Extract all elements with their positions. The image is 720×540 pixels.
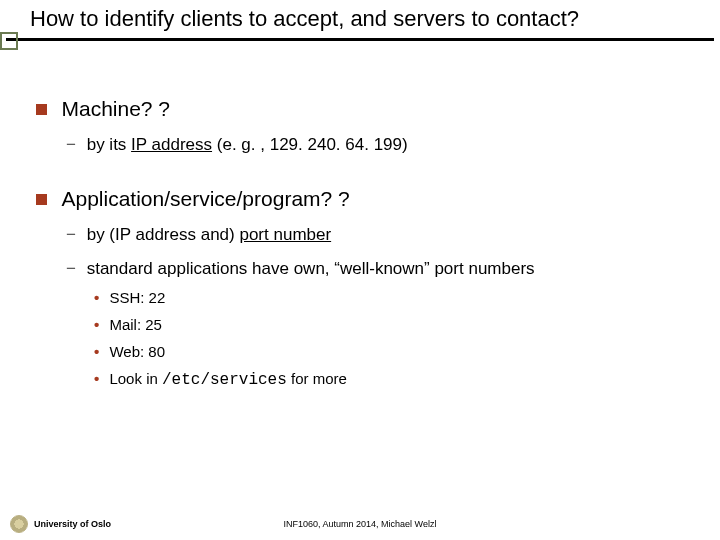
dot-icon: •: [94, 370, 99, 387]
subsub-etc-services: • Look in /etc/services for more: [94, 370, 692, 389]
text-post: for more: [287, 370, 347, 387]
university-seal-icon: [10, 515, 28, 533]
slide-footer: University of Oslo INF1060, Autumn 2014,…: [0, 512, 720, 536]
text-pre: by (IP address and): [87, 225, 240, 244]
dash-icon: −: [66, 135, 76, 154]
text-pre: standard applications have own, “well-kn…: [87, 259, 535, 278]
footer-left-text: University of Oslo: [34, 519, 111, 529]
subsub-mail: • Mail: 25: [94, 316, 692, 333]
dot-icon: •: [94, 316, 99, 333]
code-text: /etc/services: [162, 371, 287, 389]
slide-content: Machine? ? − by its IP address (e. g. , …: [0, 41, 720, 389]
square-bullet-icon: [36, 194, 47, 205]
text-underline: port number: [239, 225, 331, 244]
slide-title-wrap: How to identify clients to accept, and s…: [0, 0, 720, 36]
subitem-port-number: − by (IP address and) port number: [66, 225, 692, 245]
text: Web: 80: [109, 343, 165, 360]
square-bullet-icon: [36, 104, 47, 115]
title-rule: [6, 38, 714, 41]
dot-icon: •: [94, 343, 99, 360]
dash-icon: −: [66, 225, 76, 244]
text-pre: Look in: [109, 370, 162, 387]
text: SSH: 22: [109, 289, 165, 306]
subsub-web: • Web: 80: [94, 343, 692, 360]
footer-center-text: INF1060, Autumn 2014, Michael Welzl: [284, 519, 437, 529]
bullet-machine: Machine? ?: [36, 97, 692, 121]
text-underline: IP address: [131, 135, 212, 154]
subitem-well-known: − standard applications have own, “well-…: [66, 259, 692, 279]
dot-icon: •: [94, 289, 99, 306]
footer-left: University of Oslo: [10, 515, 111, 533]
text-post: (e. g. , 129. 240. 64. 199): [212, 135, 408, 154]
bullet-application: Application/service/program? ?: [36, 187, 692, 211]
bullet-text: Machine? ?: [61, 97, 170, 120]
dash-icon: −: [66, 259, 76, 278]
subsub-ssh: • SSH: 22: [94, 289, 692, 306]
text-pre: by its: [87, 135, 131, 154]
slide-title: How to identify clients to accept, and s…: [30, 6, 579, 31]
bullet-text: Application/service/program? ?: [61, 187, 349, 210]
text: Mail: 25: [109, 316, 162, 333]
subitem-ip-address: − by its IP address (e. g. , 129. 240. 6…: [66, 135, 692, 155]
